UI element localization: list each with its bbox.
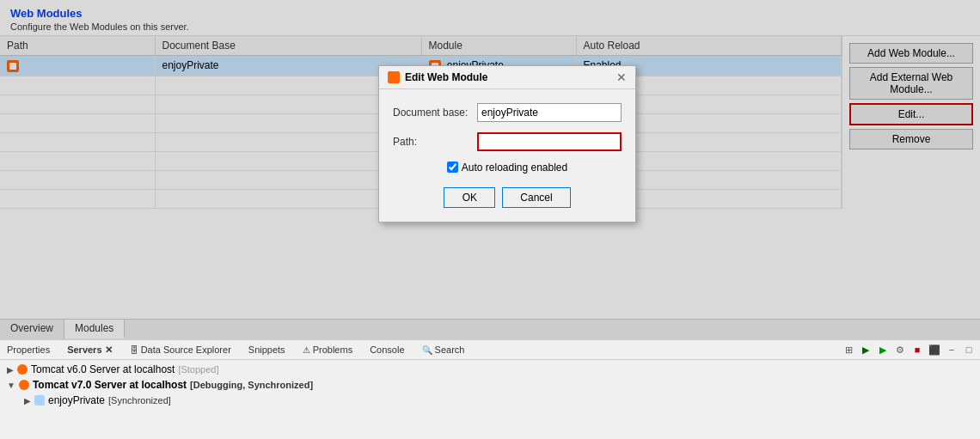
server-tomcat6-label: Tomcat v6.0 Server at localhost (31, 363, 175, 375)
enjoy-private-status: [Synchronized] (108, 395, 171, 405)
enjoy-private-label: enjoyPrivate (48, 394, 105, 406)
ok-button[interactable]: OK (444, 187, 495, 208)
modal-body: Document base: Path: Auto reloading enab… (379, 89, 635, 222)
path-row: Path: (393, 132, 622, 151)
auto-reload-row: Auto reloading enabled (393, 162, 622, 174)
toolbar-icons: ⊞ ▶ ▶ ⚙ ■ ⬛ − □ (841, 342, 977, 357)
tomcat-icon (17, 364, 28, 375)
profile-button[interactable]: ⚙ (892, 342, 908, 357)
cancel-button[interactable]: Cancel (502, 187, 570, 208)
stop-button[interactable]: ■ (910, 342, 925, 357)
servers-list: ▶ Tomcat v6.0 Server at localhost [Stopp… (0, 360, 980, 439)
toolbar-datasource[interactable]: 🗄 Data Source Explorer (126, 344, 235, 356)
server-tomcat6[interactable]: ▶ Tomcat v6.0 Server at localhost [Stopp… (3, 362, 977, 377)
enjoy-private-icon (34, 395, 45, 405)
toolbar-search[interactable]: 🔍 Search (419, 344, 469, 356)
server-tomcat7-status: [Debugging, Synchronized] (190, 380, 313, 390)
auto-reload-checkbox[interactable] (447, 162, 458, 173)
modal-titlebar: Edit Web Module ✕ (379, 66, 635, 89)
new-server-button[interactable]: ⊞ (841, 342, 856, 357)
arrow-right-icon: ▶ (24, 396, 31, 405)
server-tomcat7[interactable]: ▼ Tomcat v7.0 Server at localhost [Debug… (3, 377, 977, 393)
document-base-label: Document base: (393, 107, 470, 119)
path-input[interactable] (477, 132, 622, 151)
start-button[interactable]: ▶ (875, 342, 891, 357)
servers-toolbar: Properties Servers ✕ 🗄 Data Source Explo… (0, 340, 980, 360)
toolbar-snippets[interactable]: Snippets (245, 344, 289, 356)
document-base-input[interactable] (477, 103, 622, 122)
server-enjoy-private[interactable]: ▶ enjoyPrivate [Synchronized] (3, 393, 977, 408)
path-label: Path: (393, 136, 470, 148)
toolbar-console[interactable]: Console (366, 344, 407, 356)
server-tomcat6-status: [Stopped] (178, 364, 218, 375)
maximize-button[interactable]: □ (961, 342, 977, 357)
document-base-row: Document base: (393, 103, 622, 122)
modal-title: Edit Web Module (405, 71, 487, 83)
minimize-button[interactable]: − (944, 342, 959, 357)
server-tomcat7-label: Tomcat v7.0 Server at localhost (33, 379, 187, 391)
modal-overlay: Edit Web Module ✕ Document base: Path: A… (0, 0, 980, 338)
publish-button[interactable]: ⬛ (927, 342, 942, 357)
auto-reload-label: Auto reloading enabled (462, 162, 567, 174)
modal-title-icon (388, 71, 400, 83)
chevron-down-icon: ▼ (7, 381, 15, 390)
toolbar-problems[interactable]: ⚠ Problems (299, 344, 357, 356)
edit-web-module-dialog: Edit Web Module ✕ Document base: Path: A… (378, 65, 636, 223)
modal-buttons: OK Cancel (393, 187, 622, 208)
tomcat7-icon (19, 380, 29, 390)
toolbar-servers[interactable]: Servers ✕ (64, 344, 115, 357)
servers-panel: Properties Servers ✕ 🗄 Data Source Explo… (0, 339, 980, 439)
toolbar-properties[interactable]: Properties (3, 344, 53, 356)
modal-close-button[interactable]: ✕ (616, 71, 627, 83)
start-debug-button[interactable]: ▶ (858, 342, 873, 357)
chevron-right-icon: ▶ (7, 365, 14, 375)
